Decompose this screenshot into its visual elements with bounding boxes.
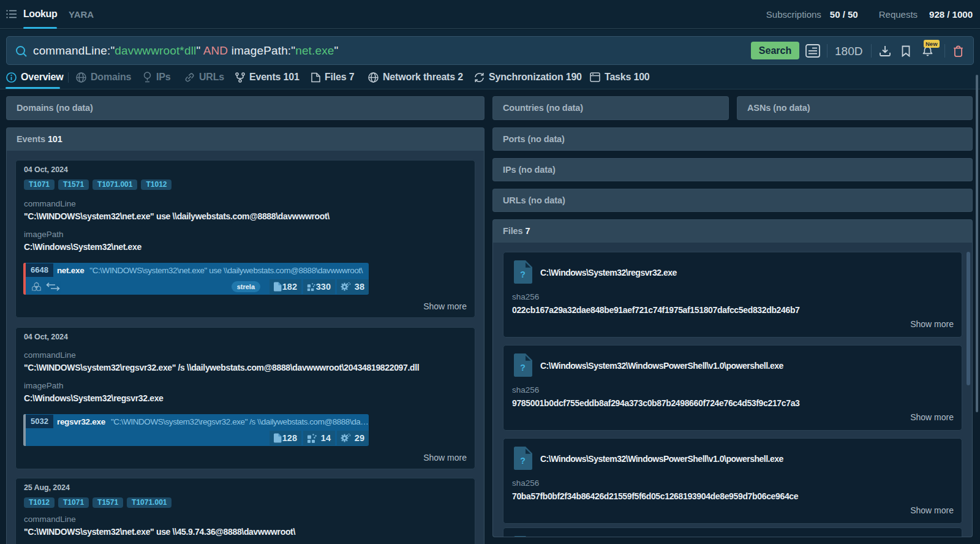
svg-text:?: ? [520,270,526,279]
svg-text:?: ? [520,363,526,372]
svg-text:?: ? [520,456,526,466]
